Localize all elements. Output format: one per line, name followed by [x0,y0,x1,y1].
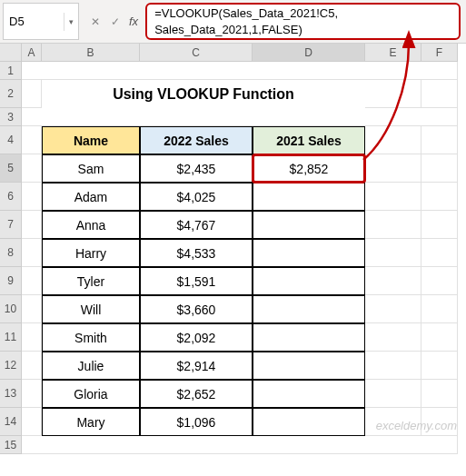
table-cell-name[interactable]: Gloria [42,380,140,408]
table-cell-2021[interactable] [253,380,365,408]
cell[interactable] [365,352,421,380]
cell[interactable] [365,154,421,183]
table-cell-2022[interactable]: $2,914 [140,352,253,380]
table-cell-2022[interactable]: $2,092 [140,323,253,352]
table-cell-2022[interactable]: $1,096 [140,408,253,436]
select-all-corner[interactable] [0,44,22,62]
cell[interactable] [365,126,421,154]
table-header-2022[interactable]: 2022 Sales [140,126,253,154]
cell[interactable] [22,126,42,154]
table-cell-2021[interactable] [253,352,365,380]
table-cell-name[interactable]: Mary [42,408,140,436]
cell[interactable] [421,352,458,380]
table-cell-2022[interactable]: $4,025 [140,183,253,211]
selected-cell-D5[interactable]: $2,852 [253,154,365,183]
table-cell-2021[interactable] [253,323,365,352]
cell[interactable] [22,154,42,183]
col-header-B[interactable]: B [42,44,140,62]
cell[interactable] [22,323,42,352]
table-cell-2022[interactable]: $1,591 [140,267,253,295]
row-header-14[interactable]: 14 [0,408,22,436]
cell[interactable] [365,211,421,239]
cell[interactable] [365,295,421,323]
row-header-7[interactable]: 7 [0,211,22,239]
row-header-11[interactable]: 11 [0,323,22,352]
row-header-9[interactable]: 9 [0,267,22,295]
cell[interactable] [421,211,458,239]
row-header-10[interactable]: 10 [0,295,22,323]
table-cell-2022[interactable]: $2,652 [140,380,253,408]
cell[interactable] [365,267,421,295]
cell[interactable] [22,267,42,295]
col-header-A[interactable]: A [22,44,42,62]
formula-input[interactable]: =VLOOKUP(Sales_Data_2021!C5, Sales_Data_… [145,3,461,40]
table-header-2021[interactable]: 2021 Sales [253,126,365,154]
row-header-12[interactable]: 12 [0,352,22,380]
col-header-D[interactable]: D [253,44,365,62]
table-cell-name[interactable]: Harry [42,239,140,267]
table-cell-name[interactable]: Julie [42,352,140,380]
col-header-C[interactable]: C [140,44,253,62]
cell[interactable] [421,267,458,295]
cell[interactable] [22,62,458,80]
confirm-icon[interactable]: ✓ [107,14,124,30]
cell[interactable] [365,80,421,108]
table-cell-2022[interactable]: $3,660 [140,295,253,323]
row-header-6[interactable]: 6 [0,183,22,211]
cell[interactable] [421,183,458,211]
cell[interactable] [365,183,421,211]
cell[interactable] [421,154,458,183]
cell[interactable] [22,352,42,380]
row-header-1[interactable]: 1 [0,62,22,80]
cell[interactable] [421,80,458,108]
cell[interactable] [22,408,42,436]
cell[interactable] [22,239,42,267]
cell[interactable] [22,436,458,454]
table-cell-2022[interactable]: $4,767 [140,211,253,239]
row-header-5[interactable]: 5 [0,154,22,183]
cell[interactable] [365,323,421,352]
table-cell-2021[interactable] [253,183,365,211]
col-header-F[interactable]: F [421,44,458,62]
row-header-4[interactable]: 4 [0,126,22,154]
cell[interactable] [22,211,42,239]
table-cell-2021[interactable] [253,267,365,295]
row-header-2[interactable]: 2 [0,80,22,108]
cell[interactable] [22,80,42,108]
cell[interactable] [22,380,42,408]
row-header-8[interactable]: 8 [0,239,22,267]
row-header-15[interactable]: 15 [0,436,22,454]
table-cell-name[interactable]: Smith [42,323,140,352]
cell[interactable] [421,126,458,154]
cancel-icon[interactable]: ✕ [87,14,104,30]
table-cell-2022[interactable]: $4,533 [140,239,253,267]
table-cell-name[interactable]: Will [42,295,140,323]
row-header-13[interactable]: 13 [0,380,22,408]
name-box[interactable]: D5 ▾ [3,3,79,40]
cell[interactable] [421,239,458,267]
cell[interactable] [22,183,42,211]
table-header-name[interactable]: Name [42,126,140,154]
cell[interactable] [365,239,421,267]
row-header-3[interactable]: 3 [0,108,22,126]
cell[interactable] [22,108,458,126]
cell[interactable] [421,295,458,323]
table-cell-2021[interactable] [253,211,365,239]
table-cell-name[interactable]: Adam [42,183,140,211]
table-cell-name[interactable]: Tyler [42,267,140,295]
table-cell-2021[interactable] [253,239,365,267]
table-cell-name[interactable]: Sam [42,154,140,183]
table-cell-2021[interactable] [253,408,365,436]
table-cell-2021[interactable] [253,295,365,323]
cell[interactable] [421,323,458,352]
cell[interactable] [22,295,42,323]
cell[interactable] [421,380,458,408]
watermark: exceldemy.com [376,419,457,432]
fx-icon[interactable]: fx [129,15,138,28]
col-header-E[interactable]: E [365,44,421,62]
cell[interactable] [365,380,421,408]
formula-text: =VLOOKUP(Sales_Data_2021!C5, Sales_Data_… [154,5,338,37]
table-cell-name[interactable]: Anna [42,211,140,239]
table-cell-2022[interactable]: $2,435 [140,154,253,183]
name-box-dropdown-icon[interactable]: ▾ [64,13,78,31]
